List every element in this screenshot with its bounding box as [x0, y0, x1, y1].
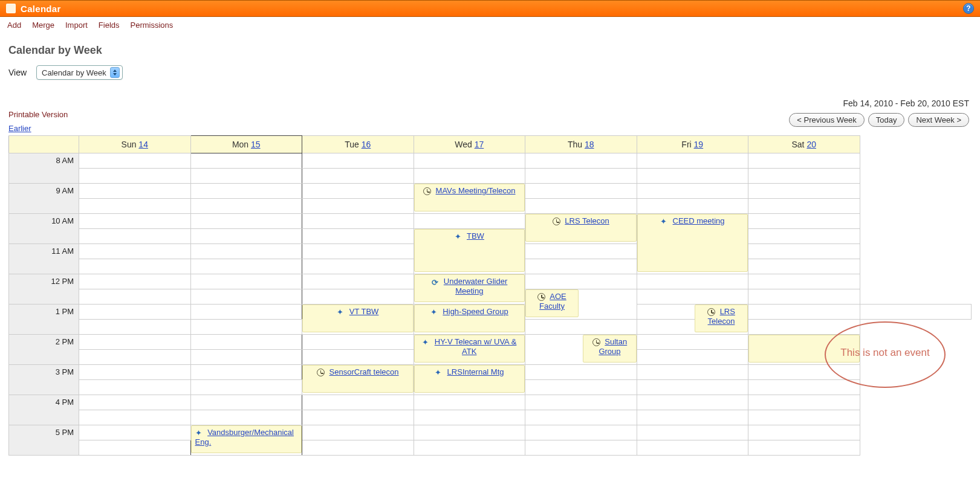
- run-icon: [422, 338, 430, 346]
- prev-week-button[interactable]: < Previous Week: [789, 113, 864, 127]
- time-4pm: 4 PM: [9, 395, 79, 425]
- menu-merge[interactable]: Merge: [32, 21, 54, 30]
- day-link-sun[interactable]: 14: [138, 140, 148, 149]
- run-icon: [195, 429, 203, 437]
- annotation-text: This is not an event: [831, 347, 939, 359]
- run-icon: [660, 218, 668, 225]
- today-button[interactable]: Today: [868, 113, 905, 127]
- day-link-sat[interactable]: 20: [806, 140, 816, 149]
- header-mon: Mon 15: [190, 136, 302, 153]
- event-sultan[interactable]: Sultan Group: [583, 335, 636, 363]
- header-thu: Thu 18: [525, 136, 637, 153]
- clock-icon: [537, 293, 545, 301]
- time-2pm: 2 PM: [9, 335, 79, 365]
- time-8am: 8 AM: [9, 153, 79, 184]
- event-aoe[interactable]: AOE Faculty: [525, 289, 579, 317]
- event-uw-glider[interactable]: Underwater Glider Meeting: [414, 274, 525, 302]
- day-link-fri[interactable]: 19: [694, 140, 704, 149]
- next-week-button[interactable]: Next Week >: [908, 113, 969, 127]
- help-icon[interactable]: ?: [963, 3, 974, 14]
- event-hsg[interactable]: High-Speed Group: [414, 305, 525, 332]
- menu-bar: Add Merge Import Fields Permissions: [0, 17, 980, 32]
- day-link-mon[interactable]: 15: [251, 140, 261, 149]
- event-lrsinternal[interactable]: LRSInternal Mtg: [414, 365, 525, 393]
- event-mavs[interactable]: MAVs Meeting/Telecon: [414, 184, 525, 211]
- run-icon: [337, 308, 345, 316]
- event-vandsburger[interactable]: Vandsburger/Mechanical Eng.: [191, 425, 302, 453]
- event-tbw[interactable]: TBW: [414, 229, 525, 272]
- day-link-thu[interactable]: 18: [585, 140, 594, 149]
- run-icon: [435, 369, 443, 376]
- page-title: Calendar by Week: [8, 44, 972, 57]
- header-sun: Sun 14: [79, 136, 191, 153]
- menu-permissions[interactable]: Permissions: [131, 21, 174, 30]
- time-11am: 11 AM: [9, 244, 79, 274]
- title-bar: Calendar ?: [0, 0, 980, 17]
- app-icon: [6, 4, 16, 13]
- time-1pm: 1 PM: [9, 305, 79, 335]
- time-3pm: 3 PM: [9, 365, 79, 395]
- recur-icon: [431, 278, 439, 286]
- run-icon: [430, 308, 438, 316]
- time-12pm: 12 PM: [9, 274, 79, 305]
- header-tue: Tue 16: [302, 136, 414, 153]
- header-fri: Fri 19: [637, 136, 748, 153]
- event-ceed[interactable]: CEED meeting: [637, 214, 748, 272]
- app-title: Calendar: [21, 4, 61, 14]
- event-lrs-thu10[interactable]: LRS Telecon: [525, 214, 637, 242]
- header-wed: Wed 17: [414, 136, 525, 153]
- view-select-value: Calendar by Week: [42, 68, 106, 77]
- run-icon: [455, 233, 462, 240]
- time-5pm: 5 PM: [9, 425, 79, 456]
- menu-import[interactable]: Import: [65, 21, 88, 30]
- earlier-link[interactable]: Earlier: [8, 124, 31, 133]
- calendar-grid: Sun 14 Mon 15 Tue 16 Wed 17 Thu 18 Fri 1…: [8, 135, 972, 456]
- clock-icon: [707, 308, 715, 316]
- time-10am: 10 AM: [9, 214, 79, 244]
- clock-icon: [553, 218, 560, 225]
- chevron-updown-icon: [110, 67, 120, 78]
- header-sat: Sat 20: [748, 136, 860, 153]
- printable-link[interactable]: Printable Version: [8, 110, 68, 119]
- event-lrs-thu13[interactable]: LRS Telecon: [695, 305, 748, 332]
- view-select[interactable]: Calendar by Week: [36, 65, 123, 80]
- clock-icon: [317, 369, 325, 376]
- day-link-tue[interactable]: 16: [362, 140, 371, 149]
- event-hyv[interactable]: HY-V Telecan w/ UVA & ATK: [414, 335, 525, 363]
- header-time: [9, 136, 79, 153]
- time-9am: 9 AM: [9, 184, 79, 214]
- clock-icon: [592, 338, 600, 346]
- clock-icon: [423, 187, 431, 195]
- event-sensorcraft[interactable]: SensorCraft telecon: [302, 365, 414, 393]
- date-range: Feb 14, 2010 - Feb 20, 2010 EST: [789, 98, 969, 108]
- menu-add[interactable]: Add: [7, 21, 21, 30]
- event-vt-tbw[interactable]: VT TBW: [302, 305, 414, 332]
- menu-fields[interactable]: Fields: [99, 21, 120, 30]
- day-link-wed[interactable]: 17: [475, 140, 484, 149]
- view-label: View: [8, 68, 27, 77]
